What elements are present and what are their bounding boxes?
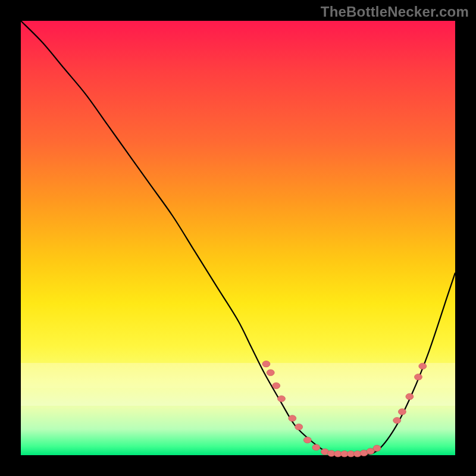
curve-marker (303, 437, 311, 443)
curve-marker (312, 444, 320, 450)
curve-marker (373, 445, 381, 451)
curve-marker (393, 417, 401, 423)
curve-marker (406, 393, 414, 399)
watermark-text: TheBottleNecker.com (321, 4, 469, 20)
curve-marker (398, 409, 406, 415)
curve-marker (262, 361, 270, 367)
curve-marker (289, 415, 296, 421)
curve-marker (419, 363, 427, 369)
curve-marker (415, 374, 422, 380)
curve-marker (295, 424, 303, 430)
curve-marker (273, 383, 280, 389)
chart-frame: TheBottleNecker.com (0, 0, 476, 476)
chart-svg (21, 21, 455, 455)
curve-marker (267, 369, 274, 375)
bottleneck-curve (21, 21, 455, 456)
curve-markers (262, 361, 427, 458)
curve-marker (278, 396, 286, 402)
